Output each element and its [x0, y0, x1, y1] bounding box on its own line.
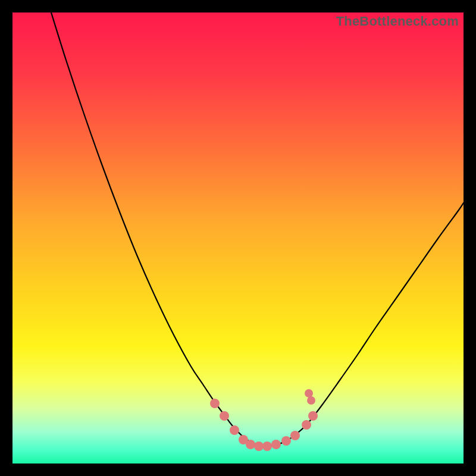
- marker-dot: [230, 425, 239, 435]
- marker-dot: [302, 420, 311, 430]
- marker-dot: [307, 396, 315, 405]
- marker-dot: [305, 389, 313, 397]
- marker-dot: [290, 431, 300, 440]
- chart-frame: TheBottleneck.com: [12, 12, 464, 464]
- marker-dot: [254, 441, 264, 451]
- gradient-background: [12, 12, 464, 464]
- bottleneck-chart: [12, 12, 464, 464]
- marker-dot: [220, 411, 229, 421]
- watermark-text: TheBottleneck.com: [336, 14, 459, 29]
- marker-dot: [210, 399, 220, 408]
- marker-dot: [246, 440, 255, 449]
- marker-dot: [262, 441, 272, 451]
- marker-dot: [281, 436, 291, 446]
- marker-dot: [308, 411, 318, 421]
- marker-dot: [271, 440, 281, 449]
